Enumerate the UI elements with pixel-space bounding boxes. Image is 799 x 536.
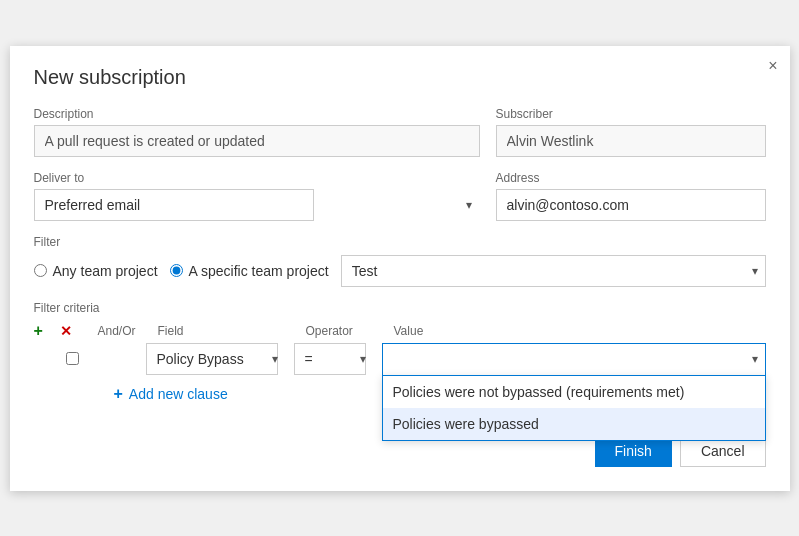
radio-specific-project[interactable]: A specific team project <box>170 263 329 279</box>
dropdown-item-1[interactable]: Policies were not bypassed (requirements… <box>383 376 765 408</box>
deliver-select[interactable]: Preferred email HTML email Text email SO… <box>34 189 314 221</box>
field-select-wrapper: Policy Bypass Status Author ▾ <box>146 343 286 375</box>
field-header: Field <box>158 324 298 338</box>
operator-select[interactable]: = != > < <box>294 343 366 375</box>
add-criteria-button[interactable]: + <box>34 323 43 339</box>
criteria-checkbox[interactable] <box>66 352 79 365</box>
filter-section: Filter Any team project A specific team … <box>34 235 766 287</box>
subscriber-group: Subscriber <box>496 107 766 157</box>
filter-label: Filter <box>34 235 766 249</box>
value-input[interactable] <box>382 343 766 375</box>
deliver-select-wrapper: Preferred email HTML email Text email SO… <box>34 189 480 221</box>
filter-radio-row: Any team project A specific team project… <box>34 255 766 287</box>
field-cell: Policy Bypass Status Author ▾ <box>146 343 286 375</box>
add-clause-label: Add new clause <box>129 386 228 402</box>
and-or-header: And/Or <box>98 324 158 338</box>
radio-specific-input[interactable] <box>170 264 183 277</box>
deliver-select-arrow: ▾ <box>466 198 472 212</box>
deliver-group: Deliver to Preferred email HTML email Te… <box>34 171 480 221</box>
new-subscription-dialog: × New subscription Description Subscribe… <box>10 46 790 491</box>
add-clause-plus: + <box>114 385 123 403</box>
radio-any-project[interactable]: Any team project <box>34 263 158 279</box>
deliver-row: Deliver to Preferred email HTML email Te… <box>34 171 766 221</box>
address-label: Address <box>496 171 766 185</box>
field-select[interactable]: Policy Bypass Status Author <box>146 343 278 375</box>
description-row: Description Subscriber <box>34 107 766 157</box>
value-header: Value <box>394 324 766 338</box>
project-select[interactable]: Test Project A Project B <box>341 255 766 287</box>
description-label: Description <box>34 107 480 121</box>
dialog-title: New subscription <box>34 66 766 89</box>
description-input <box>34 125 480 157</box>
value-cell: ▾ Policies were not bypassed (requiremen… <box>382 343 766 375</box>
criteria-header-row: + ✕ And/Or Field Operator Value <box>34 323 766 339</box>
subscriber-label: Subscriber <box>496 107 766 121</box>
close-button[interactable]: × <box>768 58 777 74</box>
criteria-checkbox-cell <box>66 352 86 365</box>
add-remove-spacer: + <box>34 323 60 339</box>
description-group: Description <box>34 107 480 157</box>
address-group: Address <box>496 171 766 221</box>
project-select-wrapper: Test Project A Project B ▾ <box>341 255 766 287</box>
value-dropdown: Policies were not bypassed (requirements… <box>382 375 766 441</box>
criteria-data-row: Policy Bypass Status Author ▾ = != > < ▾ <box>34 343 766 375</box>
remove-criteria-button[interactable]: ✕ <box>60 324 72 338</box>
operator-header: Operator <box>306 324 386 338</box>
radio-any-input[interactable] <box>34 264 47 277</box>
operator-select-wrapper: = != > < ▾ <box>294 343 374 375</box>
hovered-item-text: Policies were bypassed <box>393 416 539 432</box>
dropdown-item-2[interactable]: Policies were bypassed <box>383 408 765 440</box>
deliver-label: Deliver to <box>34 171 480 185</box>
radio-specific-label: A specific team project <box>189 263 329 279</box>
filter-criteria-section: Filter criteria + ✕ And/Or Field Operato… <box>34 301 766 403</box>
subscriber-input <box>496 125 766 157</box>
radio-any-label: Any team project <box>53 263 158 279</box>
address-input[interactable] <box>496 189 766 221</box>
filter-criteria-label: Filter criteria <box>34 301 766 315</box>
operator-cell: = != > < ▾ <box>294 343 374 375</box>
